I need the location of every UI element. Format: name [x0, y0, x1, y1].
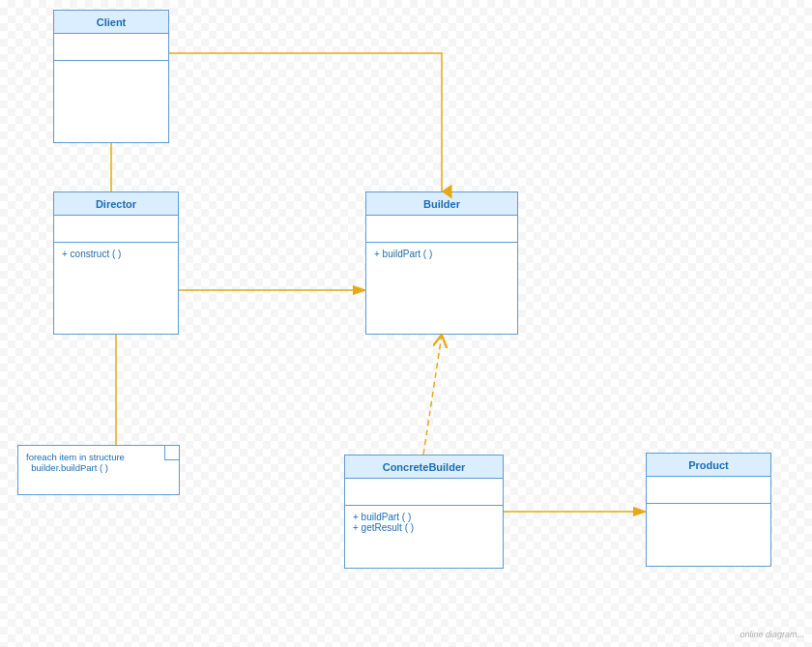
director-section-1	[54, 216, 178, 243]
builder-section-1	[366, 216, 517, 243]
note-text: foreach item in structure builder.buildP…	[26, 452, 125, 473]
builder-box: Builder + buildPart ( )	[365, 191, 518, 335]
product-box: Product	[646, 453, 771, 567]
concrete-builder-title: ConcreteBuilder	[345, 456, 503, 479]
watermark: online diagram...	[740, 630, 804, 639]
client-to-builder-arrow	[169, 53, 442, 191]
diagram-container: Client Director + construct ( ) Builder …	[0, 0, 812, 647]
concrete-builder-box: ConcreteBuilder + buildPart ( )+ getResu…	[344, 455, 504, 569]
client-section-1	[54, 34, 168, 61]
client-section-2	[54, 61, 168, 88]
director-title: Director	[54, 192, 178, 216]
product-section-2	[647, 504, 770, 531]
product-section-1	[647, 477, 770, 504]
director-section-2: + construct ( )	[54, 243, 178, 272]
concrete-to-builder-dashed-arrow	[423, 335, 442, 455]
builder-title: Builder	[366, 192, 517, 216]
note-box: foreach item in structure builder.buildP…	[17, 445, 180, 495]
concrete-builder-section-1	[345, 479, 503, 506]
client-box: Client	[53, 10, 169, 143]
director-box: Director + construct ( )	[53, 191, 179, 335]
concrete-builder-section-2: + buildPart ( )+ getResult ( )	[345, 506, 503, 539]
builder-section-2: + buildPart ( )	[366, 243, 517, 272]
product-title: Product	[647, 454, 770, 477]
client-title: Client	[54, 11, 168, 34]
